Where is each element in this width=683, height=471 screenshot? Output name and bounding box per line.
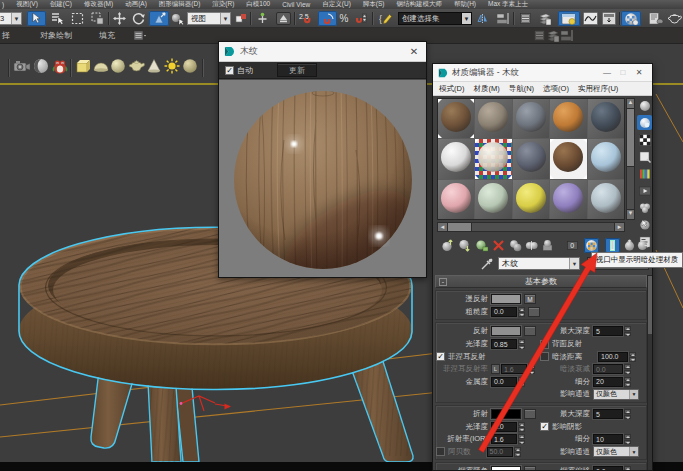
spinner[interactable] bbox=[528, 364, 535, 374]
parameters-scrollbar[interactable] bbox=[647, 275, 653, 471]
sample-slot-1-4[interactable] bbox=[588, 139, 624, 178]
me-menu-item-0[interactable]: 模式(D) bbox=[439, 84, 464, 94]
chevron-down-icon[interactable]: ▼ bbox=[11, 13, 21, 24]
generate-preview-icon[interactable] bbox=[637, 183, 652, 198]
select-and-manipulate-icon[interactable] bbox=[169, 11, 185, 26]
affect-channels-dropdown[interactable]: 仅颜色▼ bbox=[593, 389, 639, 400]
close-icon[interactable]: ✕ bbox=[407, 46, 421, 57]
sample-slot-0-2[interactable] bbox=[513, 99, 549, 138]
teapot-primitive-icon[interactable] bbox=[127, 58, 147, 78]
select-and-place-icon[interactable] bbox=[253, 11, 272, 26]
menu-item-2[interactable]: 修改器(M) bbox=[84, 0, 113, 9]
menu-item-4[interactable]: 图形编辑器(D) bbox=[159, 0, 201, 9]
slots-vertical-scrollbar[interactable]: ▲ ▼ bbox=[626, 98, 635, 220]
chevron-down-icon[interactable]: ▼ bbox=[569, 258, 579, 269]
map-button[interactable] bbox=[524, 466, 536, 471]
auto-update-checkbox[interactable]: ✓ bbox=[225, 66, 234, 75]
sample-slot-0-1[interactable] bbox=[475, 99, 511, 138]
sample-slot-1-2[interactable] bbox=[513, 139, 549, 178]
sphere-primitive-icon[interactable] bbox=[110, 58, 126, 78]
background-checker-icon[interactable] bbox=[637, 132, 652, 147]
spinner[interactable] bbox=[624, 364, 631, 374]
value-field[interactable]: 0.0 bbox=[491, 377, 517, 387]
curve-editor-icon[interactable] bbox=[581, 11, 599, 26]
checkbox[interactable] bbox=[540, 352, 549, 361]
material-editor-titlebar[interactable]: 材质编辑器 - 木纹 — □ ✕ bbox=[433, 64, 652, 82]
scene-explorer-icon[interactable] bbox=[536, 11, 554, 26]
diffuse-map-button[interactable]: M bbox=[524, 294, 536, 304]
sample-slot-2-2[interactable] bbox=[513, 180, 549, 219]
checkbox[interactable] bbox=[436, 447, 445, 456]
value-field[interactable]: 0.85 bbox=[491, 339, 517, 349]
collapse-icon[interactable]: - bbox=[439, 278, 447, 286]
spinner-snap-icon[interactable] bbox=[352, 11, 369, 26]
spinner[interactable] bbox=[624, 434, 631, 444]
value-field[interactable]: 1.6 bbox=[501, 364, 527, 374]
show-shaded-material-in-viewport-icon[interactable] bbox=[584, 238, 599, 253]
checkbox[interactable] bbox=[540, 340, 549, 349]
menu-item-clipped[interactable]: ) bbox=[2, 1, 4, 8]
spinner[interactable] bbox=[629, 352, 636, 362]
named-selection-set-combo[interactable]: 创建选择集▼ bbox=[398, 12, 472, 25]
me-menu-item-3[interactable]: 选项(O) bbox=[543, 84, 569, 94]
color-swatch[interactable] bbox=[491, 326, 521, 336]
sample-slot-1-1[interactable] bbox=[475, 139, 511, 178]
menu-item-12[interactable]: Max 李素上士 bbox=[488, 0, 528, 9]
update-button[interactable]: 更新 bbox=[277, 63, 317, 77]
map-button[interactable] bbox=[528, 307, 540, 317]
options-icon[interactable] bbox=[637, 200, 652, 215]
me-menu-item-1[interactable]: 材质(M) bbox=[473, 84, 499, 94]
spinner[interactable] bbox=[514, 447, 521, 457]
snaps-toggle-icon[interactable]: 2.5 bbox=[297, 11, 317, 26]
sun-light-icon[interactable] bbox=[164, 58, 180, 78]
go-to-parent-icon[interactable] bbox=[622, 238, 637, 253]
layer-manager-icon[interactable] bbox=[516, 11, 534, 26]
me-menu-item-4[interactable]: 实用程序(U) bbox=[578, 84, 618, 94]
select-by-material-icon[interactable] bbox=[637, 217, 652, 232]
checkbox[interactable]: ✓ bbox=[540, 422, 549, 431]
light-moon-icon[interactable] bbox=[33, 58, 49, 78]
sample-type-sphere-icon[interactable] bbox=[637, 98, 652, 113]
sample-slot-2-3[interactable] bbox=[550, 180, 586, 219]
reset-map-icon[interactable] bbox=[491, 238, 506, 253]
angle-snap-icon[interactable] bbox=[318, 11, 337, 26]
spinner[interactable] bbox=[518, 422, 525, 432]
sample-slot-2-4[interactable] bbox=[588, 180, 624, 219]
close-icon[interactable]: ✕ bbox=[631, 68, 647, 77]
preview-canvas[interactable] bbox=[219, 79, 426, 277]
color-swatch[interactable] bbox=[491, 294, 521, 304]
show-end-result-icon[interactable] bbox=[605, 238, 620, 253]
value-field[interactable]: 1.6 bbox=[491, 434, 517, 444]
percent-snap-icon[interactable]: % bbox=[338, 11, 351, 26]
map-button[interactable] bbox=[524, 326, 536, 336]
value-field[interactable]: 0.0 bbox=[593, 466, 623, 471]
schematic-view-icon[interactable] bbox=[600, 11, 617, 26]
ribbon-tab-2[interactable]: 填充 bbox=[99, 28, 115, 43]
material-name-field[interactable]: 木纹 ▼ bbox=[498, 257, 580, 270]
slots-horizontal-scrollbar[interactable]: ◄ ► bbox=[437, 222, 625, 232]
make-material-copy-icon[interactable] bbox=[508, 238, 523, 253]
render-icon[interactable] bbox=[666, 11, 683, 26]
sample-slot-0-0[interactable] bbox=[438, 99, 474, 138]
select-and-rotate-icon[interactable] bbox=[129, 11, 148, 26]
camera-icon[interactable] bbox=[13, 58, 31, 78]
material-editor-icon[interactable] bbox=[621, 11, 641, 26]
pick-material-eyedropper-icon[interactable] bbox=[481, 258, 493, 270]
menu-item-11[interactable]: 帮助(H) bbox=[454, 0, 476, 9]
ribbon-tab-0[interactable]: 择 bbox=[2, 28, 10, 43]
mirror-icon[interactable] bbox=[474, 11, 492, 26]
keyboard-override-icon[interactable]: { bbox=[376, 11, 395, 26]
geosphere-primitive-icon[interactable] bbox=[182, 58, 198, 78]
value-field[interactable]: 10 bbox=[593, 434, 623, 444]
menu-item-10[interactable]: 钢结构建模大师 bbox=[396, 0, 442, 9]
value-field[interactable]: 5 bbox=[593, 409, 623, 419]
menu-item-0[interactable]: 视图(V) bbox=[16, 0, 38, 9]
sample-slot-1-0[interactable] bbox=[438, 139, 474, 178]
menu-item-1[interactable]: 创建(C) bbox=[50, 0, 72, 9]
menu-item-6[interactable]: 白模100 bbox=[246, 0, 270, 9]
sample-uv-tiling-icon[interactable] bbox=[637, 149, 652, 164]
spinner[interactable] bbox=[624, 409, 631, 419]
sample-slot-1-3[interactable] bbox=[550, 139, 586, 178]
menu-item-3[interactable]: 动画(A) bbox=[125, 0, 147, 9]
spinner[interactable] bbox=[624, 377, 631, 387]
